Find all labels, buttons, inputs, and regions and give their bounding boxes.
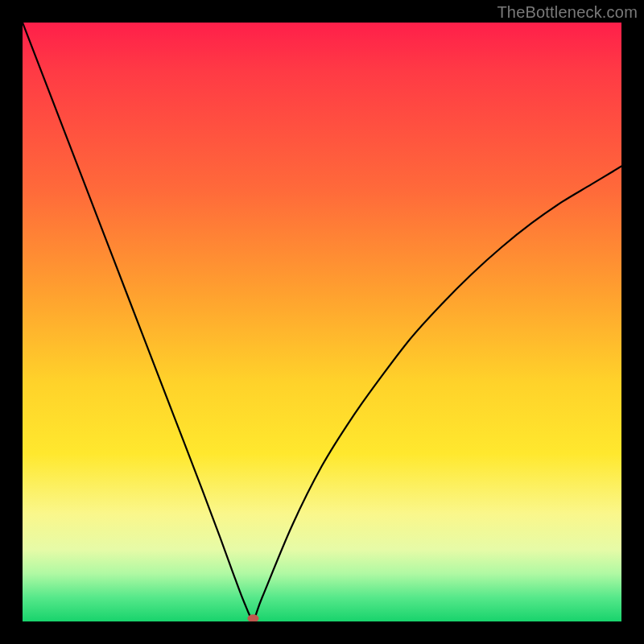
bottleneck-curve — [23, 23, 621, 618]
plot-area — [23, 23, 621, 621]
watermark-text: TheBottleneck.com — [497, 3, 638, 22]
chart-svg — [23, 23, 621, 621]
chart-frame: TheBottleneck.com — [0, 0, 644, 644]
